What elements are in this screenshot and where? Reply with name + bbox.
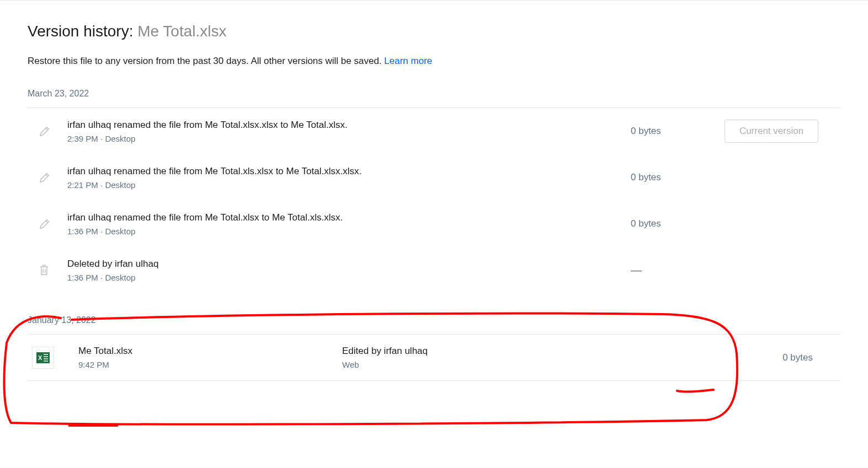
version-history-container: Version history: Me Total.xlsx Restore t… <box>0 1 868 381</box>
current-version-button: Current version <box>725 120 818 143</box>
history-row[interactable]: Deleted by irfan ulhaq 1:36 PM · Desktop… <box>28 247 840 293</box>
title-prefix: Version history: <box>28 23 137 40</box>
subtitle-text: Restore this file to any version from th… <box>28 56 384 66</box>
history-row[interactable]: irfan ulhaq renamed the file from Me Tot… <box>28 201 840 247</box>
pencil-icon <box>28 218 67 230</box>
edited-by: Edited by irfan ulhaq <box>342 346 428 357</box>
file-name: Me Total.xlsx <box>78 346 132 357</box>
date-header: March 23, 2022 <box>28 89 840 108</box>
page-title: Version history: Me Total.xlsx <box>28 23 840 40</box>
row-description: irfan ulhaq renamed the file from Me Tot… <box>67 120 348 131</box>
row-meta: 1:36 PM · Desktop <box>67 273 158 282</box>
row-meta: 2:39 PM · Desktop <box>67 134 348 143</box>
subtitle: Restore this file to any version from th… <box>28 56 840 67</box>
file-time: 9:42 PM <box>78 360 132 369</box>
row-size: 0 bytes <box>631 172 702 183</box>
history-row[interactable]: irfan ulhaq renamed the file from Me Tot… <box>28 154 840 201</box>
trash-icon <box>28 264 67 276</box>
row-size: 0 bytes <box>631 218 702 229</box>
row-size: 0 bytes <box>631 126 702 137</box>
row-size: — <box>631 264 702 277</box>
pencil-icon <box>28 125 67 137</box>
learn-more-link[interactable]: Learn more <box>384 56 432 66</box>
row-meta: 2:21 PM · Desktop <box>67 180 361 190</box>
history-row[interactable]: irfan ulhaq renamed the file from Me Tot… <box>28 108 840 154</box>
title-filename: Me Total.xlsx <box>137 23 226 40</box>
row-description: irfan ulhaq renamed the file from Me Tot… <box>67 212 343 223</box>
edit-source: Web <box>342 360 428 369</box>
row-description: irfan ulhaq renamed the file from Me Tot… <box>67 166 361 177</box>
history-row-file[interactable]: Me Total.xlsx 9:42 PM Edited by irfan ul… <box>28 335 840 381</box>
date-header: January 13, 2022 <box>28 315 840 335</box>
pencil-icon <box>28 171 67 184</box>
row-description: Deleted by irfan ulhaq <box>67 259 158 270</box>
row-meta: 1:36 PM · Desktop <box>67 227 343 236</box>
xlsx-icon <box>28 347 67 369</box>
row-size: 0 bytes <box>747 352 818 363</box>
